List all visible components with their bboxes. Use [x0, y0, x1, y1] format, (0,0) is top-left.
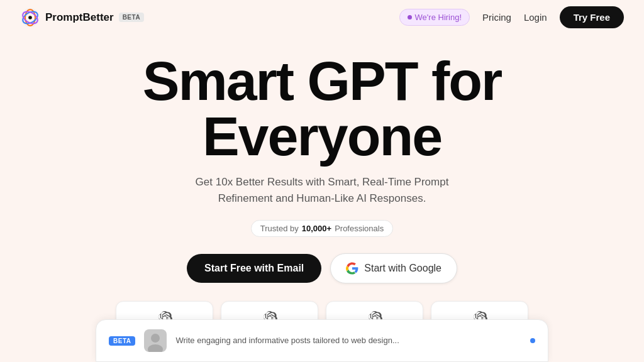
google-btn-label: Start with Google	[364, 263, 441, 274]
preview-dot	[530, 338, 535, 343]
cta-row: Start Free with Email Start with Google	[187, 253, 457, 283]
preview-strip: BETA Write engaging and informative post…	[96, 319, 548, 362]
trusted-prefix: Trusted by	[260, 224, 299, 233]
start-email-button[interactable]: Start Free with Email	[187, 254, 321, 283]
hero-subtitle: Get 10x Better Results with Smart, Real-…	[190, 174, 454, 207]
preview-text: Write engaging and informative posts tai…	[175, 335, 399, 346]
start-google-button[interactable]: Start with Google	[330, 253, 457, 283]
navbar: PromptBetter BETA We're Hiring! Pricing …	[0, 0, 644, 35]
logo-icon	[20, 8, 40, 28]
navbar-right: We're Hiring! Pricing Login Try Free	[399, 6, 624, 28]
try-free-button[interactable]: Try Free	[560, 6, 624, 28]
trusted-badge: Trusted by 10,000+ Professionals	[251, 220, 393, 237]
preview-avatar	[144, 329, 167, 352]
avatar-icon	[144, 329, 167, 352]
trusted-suffix: Professionals	[335, 224, 384, 233]
login-link[interactable]: Login	[524, 12, 547, 23]
pricing-link[interactable]: Pricing	[482, 12, 511, 23]
svg-point-4	[28, 16, 32, 19]
hiring-label: We're Hiring!	[415, 13, 462, 22]
brand-name: PromptBetter	[45, 11, 114, 24]
preview-beta-badge: BETA	[109, 336, 135, 346]
google-icon	[346, 262, 358, 275]
hero-title-line1: Smart GPT for	[143, 50, 502, 112]
navbar-brand: PromptBetter BETA	[20, 8, 144, 28]
hero-title-line2: Everyone	[203, 105, 441, 167]
svg-point-6	[151, 334, 160, 343]
trusted-count: 10,000+	[302, 224, 331, 233]
hero-title: Smart GPT for Everyone	[143, 53, 502, 164]
hero-section: Smart GPT for Everyone Get 10x Better Re…	[0, 35, 644, 362]
beta-badge: BETA	[119, 13, 144, 22]
hiring-badge[interactable]: We're Hiring!	[399, 9, 470, 26]
hiring-dot	[408, 15, 412, 19]
